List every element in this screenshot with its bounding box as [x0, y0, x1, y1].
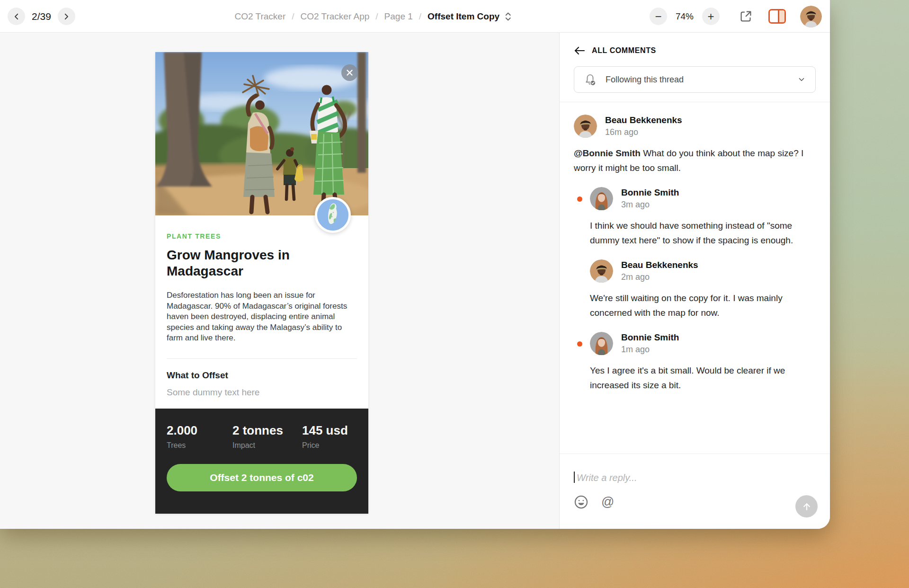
chevron-right-icon: [62, 12, 71, 21]
unread-dot: [577, 341, 582, 347]
arrow-up-icon: [802, 502, 811, 511]
stat-impact: 2 tonnes Impact: [232, 423, 283, 450]
following-dropdown[interactable]: Following this thread: [574, 66, 816, 93]
close-icon: [346, 69, 353, 76]
external-link-icon: [740, 10, 752, 23]
comment-body: @Bonnie Smith What do you think about th…: [574, 146, 807, 175]
madagascar-map-badge[interactable]: [315, 197, 351, 233]
comments-panel-header: ALL COMMENTS Following this thread: [560, 33, 830, 102]
card-body: PLANT TREES Grow Mangroves in Madagascar…: [155, 215, 368, 344]
text-caret: [574, 472, 575, 483]
breadcrumb-project[interactable]: CO2 Tracker: [235, 11, 286, 22]
stat-trees: 2.000 Trees: [167, 423, 197, 450]
reply-input[interactable]: Write a reply...: [574, 472, 816, 483]
zoom-in-button[interactable]: +: [702, 8, 720, 25]
offset-section-placeholder: Some dummy text here: [167, 387, 357, 398]
breadcrumb: CO2 Tracker / CO2 Tracker App / Page 1 /…: [235, 0, 513, 33]
comment-reply[interactable]: Bonnie Smith 3m ago I think we should ha…: [590, 187, 816, 248]
comment-timestamp: 16m ago: [605, 127, 682, 137]
topbar-actions: − 74% +: [650, 0, 822, 33]
mention-icon[interactable]: @: [601, 496, 614, 508]
offset-section-heading: What to Offset: [167, 370, 357, 381]
comment[interactable]: Beau Bekkenenks 16m ago @Bonnie Smith Wh…: [574, 115, 816, 175]
comment-author: Beau Bekkenenks: [605, 115, 682, 125]
all-comments-label: ALL COMMENTS: [592, 46, 656, 55]
comment-avatar: [590, 187, 613, 210]
bell-check-icon: [584, 73, 597, 86]
page-indicator: 2/39: [32, 11, 51, 22]
zoom-out-button[interactable]: −: [650, 8, 667, 25]
desktop-background: { "topbar": { "page_indicator": "2/39", …: [0, 0, 909, 588]
arrow-left-icon: [574, 46, 585, 55]
comment-avatar: [574, 115, 597, 138]
right-panel-icon: [768, 9, 786, 24]
stat-price: 145 usd Price: [302, 423, 348, 450]
breadcrumb-page[interactable]: Page 1: [384, 11, 413, 22]
unread-dot: [577, 196, 582, 202]
user-avatar[interactable]: [800, 6, 822, 27]
chevron-down-icon: [797, 75, 806, 84]
comment-avatar: [590, 332, 613, 355]
send-reply-button[interactable]: [795, 495, 818, 517]
offset-cta-button[interactable]: Offset 2 tonnes of c02: [167, 464, 357, 491]
design-tool-window: 2/39 CO2 Tracker / CO2 Tracker App / Pag…: [0, 0, 830, 529]
card-title: Grow Mangroves in Madagascar: [167, 247, 323, 279]
page-navigation: 2/39: [8, 0, 75, 33]
comment-timestamp: 3m ago: [621, 200, 679, 210]
comment-avatar: [590, 259, 613, 283]
comments-panel: ALL COMMENTS Following this thread: [559, 33, 830, 529]
emoji-icon[interactable]: [574, 495, 588, 509]
comment-body: Yes I agree it's a bit small. Would be c…: [590, 363, 816, 392]
following-label: Following this thread: [606, 75, 797, 85]
madagascar-road-photo: [155, 52, 368, 215]
category-tag: PLANT TREES: [167, 232, 357, 240]
comment-author: Bonnie Smith: [621, 332, 679, 343]
card-description: Desforestation has long been an issue fo…: [167, 290, 357, 344]
stats-footer: 2.000 Trees 2 tonnes Impact 145 usd Pric…: [155, 409, 368, 514]
card-photo: [155, 52, 368, 215]
comment-reply[interactable]: Beau Bekkenenks 2m ago We're still waiti…: [590, 259, 816, 320]
close-card-button[interactable]: [341, 64, 358, 81]
design-canvas[interactable]: PLANT TREES Grow Mangroves in Madagascar…: [0, 33, 559, 529]
share-export-button[interactable]: [740, 10, 752, 23]
all-comments-back-button[interactable]: ALL COMMENTS: [574, 46, 816, 55]
topbar: 2/39 CO2 Tracker / CO2 Tracker App / Pag…: [0, 0, 830, 33]
comment-body: I think we should have something instead…: [590, 218, 816, 248]
comments-panel-toggle[interactable]: [768, 9, 786, 24]
comment-reply[interactable]: Bonnie Smith 1m ago Yes I agree it's a b…: [590, 332, 816, 392]
frame-selector-chevrons-icon[interactable]: [504, 12, 512, 21]
comment-timestamp: 1m ago: [621, 345, 679, 355]
comment-author: Bonnie Smith: [621, 187, 679, 198]
reply-composer: Write a reply... @: [560, 454, 830, 529]
comment-timestamp: 2m ago: [621, 272, 698, 282]
previous-page-button[interactable]: [8, 8, 25, 25]
madagascar-map-icon: [317, 199, 348, 231]
comment-author: Beau Bekkenenks: [621, 260, 698, 270]
next-page-button[interactable]: [58, 8, 75, 25]
comment-body: We're still waiting on the copy for it. …: [590, 291, 816, 320]
breadcrumb-frame-current[interactable]: Offset Item Copy: [428, 11, 499, 22]
offset-item-frame[interactable]: PLANT TREES Grow Mangroves in Madagascar…: [155, 52, 368, 514]
chevron-left-icon: [12, 12, 21, 21]
comment-thread: Beau Bekkenenks 16m ago @Bonnie Smith Wh…: [560, 102, 830, 454]
breadcrumb-file[interactable]: CO2 Tracker App: [301, 11, 370, 22]
offset-section: What to Offset Some dummy text here: [155, 359, 368, 398]
zoom-level: 74%: [676, 11, 694, 22]
composer-icons: @: [574, 495, 816, 509]
